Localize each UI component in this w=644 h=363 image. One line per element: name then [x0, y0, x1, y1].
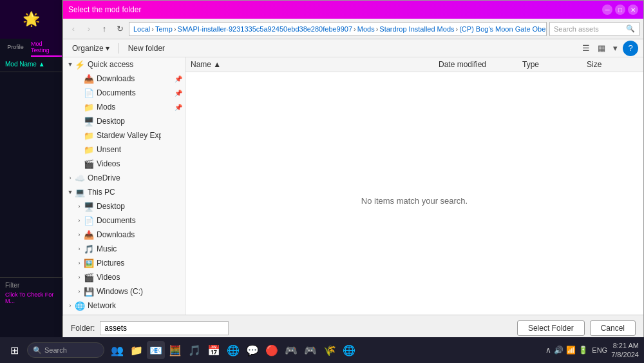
breadcrumb[interactable]: Local › Temp › SMAPI-installer-9231335c5… [129, 22, 547, 36]
mod-list-column-header: Mod Name ▲ [0, 57, 62, 72]
more-options-button[interactable]: ▾ [611, 42, 620, 54]
toolbar: Organize ▾ New folder ☰ ▦ ▾ ? [63, 39, 643, 57]
column-size[interactable]: Size [587, 60, 638, 69]
dialog-title: Select the mod folder [68, 5, 141, 14]
this-pc-header[interactable]: ▼ 💻 This PC [63, 185, 185, 199]
taskbar-icon-chrome[interactable]: 🌐 [224, 341, 242, 359]
column-type[interactable]: Type [522, 60, 587, 69]
breadcrumb-smapi[interactable]: SMAPI-installer-9231335c5a92450ebd38e280… [178, 25, 353, 33]
this-pc-icon: 💻 [75, 187, 85, 197]
taskbar-icon-browser[interactable]: 🌐 [340, 341, 358, 359]
onedrive-label: OneDrive [88, 173, 120, 182]
refresh-button[interactable]: ↻ [113, 23, 126, 35]
quick-access-icon: ⚡ [75, 59, 85, 70]
tree-item-pictures[interactable]: › 🖼️ Pictures [63, 256, 185, 270]
forward-button[interactable]: › [82, 23, 95, 35]
start-button[interactable]: ⊞ [5, 341, 23, 359]
tab-mod-testing[interactable]: Mod Testing [31, 39, 62, 57]
file-list: Name ▲ Date modified Type Size No items … [185, 57, 643, 315]
tree-item-mods[interactable]: 📁 Mods 📌 [63, 100, 185, 114]
tree-item-downloads-pc[interactable]: › 📥 Downloads [63, 228, 185, 242]
tree-item-music[interactable]: › 🎵 Music [63, 242, 185, 256]
tree-item-videos-pc[interactable]: › 🎬 Videos [63, 270, 185, 284]
titlebar-controls: ─ □ ✕ [602, 5, 638, 15]
taskbar-search[interactable]: 🔍 Search [27, 342, 104, 358]
tree-item-desktop-pc[interactable]: › 🖥️ Desktop [63, 199, 185, 213]
taskbar-right: ∧ 🔊 📶 🔋 ENG 8:21 AM 7/8/2024 [545, 341, 639, 360]
search-placeholder: Search assets [554, 25, 599, 33]
this-pc-label: This PC [88, 188, 115, 197]
content-area: ▼ ⚡ Quick access 📥 Downloads 📌 📄 Documen… [63, 57, 643, 315]
tree-item-unsent[interactable]: 📁 Unsent [63, 142, 185, 157]
search-icon: 🔍 [33, 346, 42, 355]
column-date-modified[interactable]: Date modified [439, 60, 522, 69]
dialog-buttons: Select Folder Cancel [517, 320, 636, 336]
taskbar-language[interactable]: ENG [592, 346, 607, 354]
network-header[interactable]: › 🌐 Network [63, 299, 185, 313]
organize-chevron-icon: ▾ [106, 44, 109, 53]
taskbar-battery-icon[interactable]: 🔋 [578, 346, 588, 355]
breadcrumb-cp-bog[interactable]: (CP) Bog's Moon Gate Obelisks [459, 25, 547, 33]
tree-item-stardew[interactable]: 📁 Stardew Valley Exp... [63, 128, 185, 142]
maximize-button[interactable]: □ [615, 5, 625, 15]
toolbar-separator [118, 43, 119, 54]
user-avatar[interactable]: ? [623, 41, 638, 56]
tree-item-windows[interactable]: › 💾 Windows (C:) [63, 284, 185, 299]
back-button[interactable]: ‹ [67, 23, 80, 35]
organize-button[interactable]: Organize ▾ [68, 43, 113, 54]
check-for-mods-button[interactable]: Click To Check For M... [5, 291, 57, 304]
breadcrumb-mods[interactable]: Mods [357, 25, 375, 33]
list-view-button[interactable]: ☰ [580, 42, 592, 54]
tree-item-documents[interactable]: 📄 Documents 📌 [63, 86, 185, 100]
up-button[interactable]: ↑ [98, 23, 111, 35]
filter-label: Filter [5, 282, 19, 289]
taskbar-icon-messenger[interactable]: 💬 [243, 341, 261, 359]
quick-access-header[interactable]: ▼ ⚡ Quick access [63, 57, 185, 72]
taskbar-icon-calc[interactable]: 🧮 [166, 341, 184, 359]
file-dialog: Select the mod folder ─ □ ✕ ‹ › ↑ ↻ Loca… [62, 0, 644, 342]
taskbar-icon-spotify[interactable]: 🎵 [185, 341, 204, 359]
tree-item-documents-pc[interactable]: › 📄 Documents [63, 213, 185, 228]
tree-item-downloads[interactable]: 📥 Downloads 📌 [63, 72, 185, 86]
taskbar-icon-steam[interactable]: 🎮 [301, 341, 319, 359]
taskbar-icon-explorer[interactable]: 📁 [128, 341, 146, 359]
taskbar-icon-discord[interactable]: 🎮 [282, 341, 300, 359]
taskbar-icon-calendar[interactable]: 📅 [205, 341, 223, 359]
taskbar-icon-mail[interactable]: 📧 [147, 341, 165, 359]
select-folder-button[interactable]: Select Folder [517, 320, 585, 336]
tree-item-desktop[interactable]: 🖥️ Desktop [63, 114, 185, 128]
tree-panel: ▼ ⚡ Quick access 📥 Downloads 📌 📄 Documen… [63, 57, 185, 315]
tab-profile[interactable]: Profile [0, 39, 31, 57]
dialog-titlebar: Select the mod folder ─ □ ✕ [63, 1, 643, 19]
taskbar-sound-icon[interactable]: 🔊 [554, 346, 564, 355]
taskbar-app-icons: 👥 📁 📧 🧮 🎵 📅 🌐 💬 🔴 🎮 🎮 🌾 🌐 [108, 341, 358, 359]
breadcrumb-local[interactable]: Local [133, 25, 150, 33]
quick-access-label: Quick access [88, 60, 133, 69]
taskbar-icon-app1[interactable]: 🔴 [263, 341, 281, 359]
taskbar-clock[interactable]: 8:21 AM 7/8/2024 [611, 341, 639, 360]
taskbar-icon-people[interactable]: 👥 [108, 341, 126, 359]
close-button[interactable]: ✕ [628, 5, 638, 15]
network-icon: 🌐 [75, 300, 85, 311]
minimize-button[interactable]: ─ [602, 5, 612, 15]
cancel-button[interactable]: Cancel [590, 320, 636, 336]
tree-item-videos[interactable]: 🎬 Videos [63, 157, 185, 171]
search-box[interactable]: Search assets 🔍 [549, 22, 639, 36]
this-pc-toggle: ▼ [66, 188, 75, 197]
taskbar-wifi-icon[interactable]: 📶 [566, 346, 576, 355]
details-view-button[interactable]: ▦ [595, 42, 608, 54]
sort-icon: ▲ [213, 60, 221, 69]
app-nav-tabs: Profile Mod Testing [0, 39, 62, 57]
breadcrumb-temp[interactable]: Temp [155, 25, 173, 33]
app-logo: 🌟 [23, 11, 40, 28]
taskbar-icon-stardew[interactable]: 🌾 [321, 341, 339, 359]
app-title-area: 🌟 [0, 0, 62, 39]
new-folder-button[interactable]: New folder [124, 43, 169, 54]
folder-input[interactable] [100, 321, 229, 335]
taskbar-chevron-icon[interactable]: ∧ [545, 346, 551, 355]
folder-label: Folder: [71, 324, 95, 333]
column-name[interactable]: Name ▲ [191, 60, 439, 69]
app-sidebar: 🌟 Profile Mod Testing Mod Name ▲ Filter … [0, 0, 62, 342]
breadcrumb-stardrop[interactable]: Stardrop Installed Mods [379, 25, 454, 33]
onedrive-header[interactable]: › ☁️ OneDrive [63, 171, 185, 185]
